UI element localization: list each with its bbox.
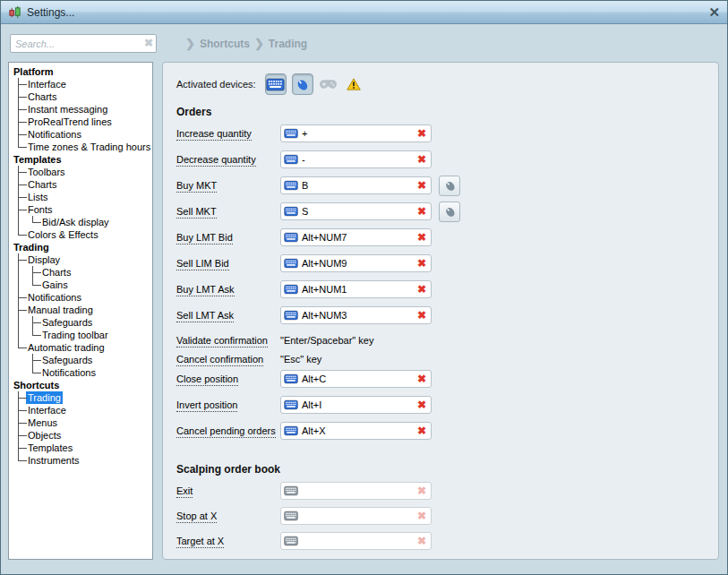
tree-item-colors-effects[interactable]: Colors & Effects bbox=[12, 228, 152, 241]
tree-item-label: Notifications bbox=[26, 128, 83, 141]
tree-item-label: Objects bbox=[26, 429, 63, 442]
tree-item-toolbars[interactable]: Toolbars bbox=[12, 166, 152, 178]
tree-item-menus[interactable]: Menus bbox=[12, 416, 152, 429]
shortcut-row-cancel-confirmation: Cancel confirmation"Esc" key bbox=[176, 351, 718, 367]
window-title: Settings... bbox=[27, 6, 74, 19]
tree-item-interface[interactable]: Interface bbox=[12, 78, 152, 90]
tree-item-instant-messaging[interactable]: Instant messaging bbox=[12, 103, 152, 116]
mouse-shortcut-button[interactable] bbox=[439, 202, 460, 222]
delete-shortcut-icon[interactable]: ✖ bbox=[417, 310, 426, 321]
tree-item-objects[interactable]: Objects bbox=[12, 429, 152, 442]
tree-connector bbox=[12, 203, 26, 216]
tree-item-interface[interactable]: Interface bbox=[12, 404, 152, 416]
tree-item-platform[interactable]: Platform bbox=[12, 65, 152, 78]
tree-item-trading[interactable]: Trading bbox=[12, 241, 152, 253]
shortcut-row-buy-mkt: Buy MKT B✖ bbox=[176, 176, 718, 194]
tree-item-trading[interactable]: Trading bbox=[12, 391, 152, 404]
tree-item-notifications[interactable]: Notifications bbox=[12, 128, 152, 141]
keyboard-icon bbox=[284, 310, 298, 321]
tree-connector bbox=[26, 316, 40, 329]
tree-item-display[interactable]: Display bbox=[12, 253, 152, 266]
device-keyboard-toggle[interactable] bbox=[265, 73, 287, 95]
breadcrumb-shortcuts[interactable]: Shortcuts bbox=[200, 38, 250, 50]
tree-item-prorealtrend-lines[interactable]: ProRealTrend lines bbox=[12, 116, 152, 128]
tree-item-notifications[interactable]: Notifications bbox=[12, 291, 152, 304]
tree-item-label: Charts bbox=[26, 178, 58, 191]
delete-shortcut-icon[interactable]: ✖ bbox=[417, 425, 426, 436]
tree-connector bbox=[12, 404, 26, 416]
tree-connector bbox=[26, 266, 40, 279]
delete-shortcut-icon[interactable]: ✖ bbox=[417, 284, 426, 295]
tree-item-charts[interactable]: Charts bbox=[12, 178, 152, 191]
tree-item-label: Gains bbox=[40, 279, 70, 291]
tree-connector bbox=[12, 429, 26, 442]
tree-item-safeguards[interactable]: Safeguards bbox=[12, 354, 152, 366]
tree-connector bbox=[12, 329, 26, 341]
tree-item-fonts[interactable]: Fonts bbox=[12, 203, 152, 216]
close-icon[interactable]: ✕ bbox=[708, 5, 720, 19]
tree-item-templates[interactable]: Templates bbox=[12, 442, 152, 454]
keyboard-icon bbox=[284, 399, 298, 410]
tree-item-trading-toolbar[interactable]: Trading toolbar bbox=[12, 329, 152, 341]
tree-item-label: Toolbars bbox=[26, 166, 67, 178]
tree-item-label: Charts bbox=[26, 90, 58, 103]
shortcut-input-buy-lmt-ask[interactable]: Alt+NUM1✖ bbox=[280, 280, 432, 298]
settings-main-panel: Activated devices: OrdersIncrease quanti… bbox=[162, 62, 719, 560]
tree-connector bbox=[12, 90, 26, 103]
tree-item-templates[interactable]: Templates bbox=[12, 153, 152, 166]
shortcut-input-exit: ✖ bbox=[280, 482, 432, 500]
tree-item-label: Notifications bbox=[26, 291, 83, 304]
delete-shortcut-icon[interactable]: ✖ bbox=[417, 373, 426, 384]
delete-shortcut-icon[interactable]: ✖ bbox=[417, 154, 426, 165]
shortcut-row-label: Sell LIM Bid bbox=[176, 258, 280, 269]
delete-shortcut-icon[interactable]: ✖ bbox=[417, 128, 426, 139]
shortcut-input-close-position[interactable]: Alt+C✖ bbox=[280, 370, 432, 388]
shortcut-input-buy-mkt[interactable]: B✖ bbox=[280, 176, 432, 194]
shortcut-row-exit: Exit ✖ bbox=[176, 482, 718, 500]
tree-item-safeguards[interactable]: Safeguards bbox=[12, 316, 152, 329]
shortcut-label-validate-confirmation: Validate confirmation bbox=[176, 335, 268, 348]
shortcut-row-target-at-x: Target at X ✖ bbox=[176, 532, 718, 550]
tree-item-instruments[interactable]: Instruments bbox=[12, 454, 152, 467]
shortcut-input-invert-position[interactable]: Alt+I✖ bbox=[280, 396, 432, 414]
delete-shortcut-icon[interactable]: ✖ bbox=[417, 399, 426, 410]
delete-shortcut-icon[interactable]: ✖ bbox=[417, 258, 426, 269]
tree-item-gains[interactable]: Gains bbox=[12, 279, 152, 291]
delete-shortcut-icon[interactable]: ✖ bbox=[417, 232, 426, 243]
shortcut-input-sell-lmt-ask[interactable]: Alt+NUM3✖ bbox=[280, 306, 432, 324]
tree-item-label: Platform bbox=[12, 65, 56, 78]
tree-item-notifications[interactable]: Notifications bbox=[12, 366, 152, 379]
shortcut-label-buy-lmt-bid: Buy LMT Bid bbox=[176, 232, 233, 245]
tree-item-charts[interactable]: Charts bbox=[12, 266, 152, 279]
shortcut-fixed-value: "Enter/Spacebar" key bbox=[280, 335, 373, 346]
tree-item-label: Templates bbox=[12, 153, 64, 166]
tree-item-manual-trading[interactable]: Manual trading bbox=[12, 304, 152, 316]
shortcut-row-sell-mkt: Sell MKT S✖ bbox=[176, 202, 718, 220]
shortcut-input-cancel-pending-orders[interactable]: Alt+X✖ bbox=[280, 422, 432, 440]
tree-connector bbox=[12, 166, 26, 178]
shortcut-input-increase-quantity[interactable]: +✖ bbox=[280, 124, 432, 142]
tree-item-shortcuts[interactable]: Shortcuts bbox=[12, 379, 152, 391]
tree-connector bbox=[12, 228, 26, 241]
tree-item-label: Safeguards bbox=[40, 354, 94, 366]
search-clear-icon[interactable]: ✖ bbox=[144, 37, 153, 49]
shortcut-input-buy-lmt-bid[interactable]: Alt+NUM7✖ bbox=[280, 228, 432, 246]
candlestick-app-icon bbox=[8, 5, 21, 19]
delete-shortcut-icon[interactable]: ✖ bbox=[417, 206, 426, 217]
tree-item-bid-ask-display[interactable]: Bid/Ask display bbox=[12, 216, 152, 228]
delete-shortcut-icon[interactable]: ✖ bbox=[417, 180, 426, 191]
shortcut-input-sell-mkt[interactable]: S✖ bbox=[280, 202, 432, 220]
mouse-shortcut-button[interactable] bbox=[439, 176, 460, 196]
tree-item-time-zones-trading-hours[interactable]: Time zones & Trading hours bbox=[12, 141, 152, 153]
search-input[interactable] bbox=[10, 34, 157, 53]
tree-item-automatic-trading[interactable]: Automatic trading bbox=[12, 341, 152, 354]
tree-item-lists[interactable]: Lists bbox=[12, 191, 152, 203]
breadcrumb-trading[interactable]: Trading bbox=[269, 38, 307, 50]
shortcut-input-sell-lim-bid[interactable]: Alt+NUM9✖ bbox=[280, 254, 432, 272]
shortcut-row-label: Buy MKT bbox=[176, 180, 280, 191]
tree-item-charts[interactable]: Charts bbox=[12, 90, 152, 103]
device-gamepad-toggle[interactable] bbox=[319, 73, 338, 95]
shortcut-input-decrease-quantity[interactable]: -✖ bbox=[280, 150, 432, 168]
device-mouse-toggle[interactable] bbox=[292, 73, 313, 95]
tree-connector bbox=[12, 454, 26, 467]
